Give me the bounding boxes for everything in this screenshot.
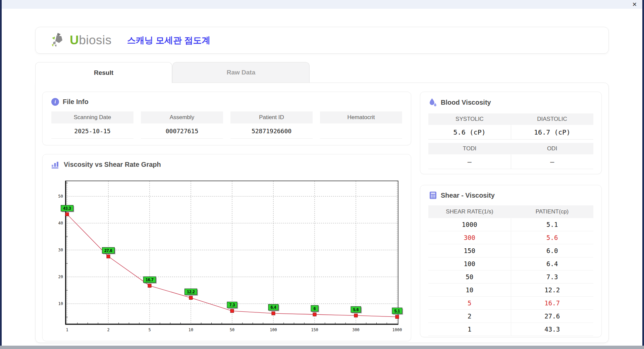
svg-text:6: 6: [314, 306, 316, 311]
field-value: 000727615: [141, 123, 223, 139]
table-row: 10005.1: [428, 218, 593, 231]
window-titlebar: ✕: [2, 0, 642, 9]
file-info-field: Hematocrit: [320, 111, 402, 139]
file-info-field: Scanning Date2025-10-15: [51, 111, 133, 139]
shear-rate-cell: 2: [428, 310, 511, 322]
graph-title: Viscosity vs Shear Rate Graph: [64, 161, 161, 168]
blood-viscosity-header: Blood Viscosity: [429, 98, 491, 107]
app-header-card: Ubiosis 스캐닝 모세관 점도계: [35, 27, 609, 54]
drops-icon: [429, 98, 437, 107]
svg-text:150: 150: [311, 328, 318, 332]
tab-raw-data[interactable]: Raw Data: [172, 62, 310, 83]
bv-table: SYSTOLICDIASTOLIC5.6 (cP)16.7 (cP)TODIOD…: [428, 113, 593, 172]
window-bottom-edge: [0, 346, 644, 349]
patient-cell: 12.2: [511, 284, 594, 296]
shear-rate-cell: 50: [428, 270, 511, 283]
field-value: [320, 123, 402, 139]
bv-header-cell: ODI: [511, 145, 593, 152]
bar-chart-icon: [51, 160, 60, 169]
graph-card: Viscosity vs Shear Rate Graph 1020304050…: [42, 154, 411, 341]
table-row: 1506.0: [428, 244, 593, 257]
table-row: 516.7: [428, 297, 593, 310]
table-row: 227.6: [428, 310, 593, 323]
svg-text:300: 300: [352, 328, 360, 332]
table-row: 507.3: [428, 270, 593, 284]
shear-viscosity-title: Shear - Viscosity: [441, 192, 495, 199]
shear-rate-cell: 300: [428, 231, 511, 244]
file-info-card: i File Info Scanning Date2025-10-15Assem…: [42, 92, 411, 145]
shear-table-head: SHEAR RATE(1/s)PATIENT(cp): [428, 205, 593, 218]
svg-text:30: 30: [58, 248, 63, 252]
shear-table: SHEAR RATE(1/s)PATIENT(cp) 10005.13005.6…: [428, 205, 593, 336]
svg-text:50: 50: [58, 194, 63, 199]
patient-cell: 7.3: [511, 270, 594, 283]
file-info-field: Patient ID52871926600: [230, 111, 313, 139]
field-value: 2025-10-15: [51, 123, 133, 139]
tab-result[interactable]: Result: [35, 62, 172, 83]
shear-table-body: 10005.13005.61506.01006.4507.31012.2516.…: [428, 218, 593, 336]
ubiosis-logo: Ubiosis: [50, 32, 112, 48]
patient-cell: 43.3: [511, 323, 594, 336]
shear-rate-cell: 100: [428, 257, 511, 270]
bv-value-row: ––: [428, 154, 593, 169]
logo-icon: [50, 32, 68, 48]
patient-cell: 6.4: [511, 257, 594, 270]
svg-text:16.7: 16.7: [146, 278, 154, 282]
close-icon[interactable]: ✕: [632, 2, 637, 7]
shear-rate-cell: 1000: [428, 218, 511, 231]
window-left-edge: [0, 0, 2, 349]
file-info-field: Assembly000727615: [141, 111, 223, 139]
bv-value-cell: 16.7 (cP): [511, 125, 594, 140]
column-header: PATIENT(cp): [511, 208, 593, 215]
bv-value-cell: 5.6 (cP): [428, 125, 511, 140]
bv-header-row: SYSTOLICDIASTOLIC: [428, 113, 593, 125]
patient-cell: 5.6: [511, 231, 594, 244]
file-info-title: File Info: [63, 98, 89, 106]
svg-text:20: 20: [58, 275, 63, 279]
field-label: Assembly: [141, 111, 223, 123]
file-info-header: i File Info: [51, 98, 89, 106]
shear-rate-cell: 1: [428, 323, 511, 336]
svg-text:27.6: 27.6: [104, 248, 112, 253]
field-label: Scanning Date: [51, 111, 133, 123]
bv-value-cell: –: [428, 154, 511, 169]
viscosity-chart: 10203040501251050100150300100043.327.616…: [56, 178, 412, 336]
blood-viscosity-title: Blood Viscosity: [441, 99, 491, 106]
svg-text:50: 50: [230, 328, 234, 332]
field-label: Patient ID: [230, 111, 313, 123]
svg-text:40: 40: [58, 221, 63, 226]
svg-text:100: 100: [270, 328, 277, 332]
svg-text:12.2: 12.2: [187, 290, 195, 294]
bv-value-row: 5.6 (cP)16.7 (cP): [428, 125, 593, 140]
shear-rate-cell: 5: [428, 297, 511, 309]
table-row: 3005.6: [428, 231, 593, 244]
bv-header-row: TODIODI: [428, 143, 593, 154]
svg-text:5.6: 5.6: [353, 307, 359, 312]
svg-text:1000: 1000: [392, 328, 402, 332]
svg-text:7.3: 7.3: [229, 303, 235, 307]
bv-header-cell: DIASTOLIC: [511, 116, 593, 122]
file-info-fields: Scanning Date2025-10-15Assembly000727615…: [51, 111, 402, 139]
svg-text:2: 2: [107, 328, 109, 332]
svg-text:5.1: 5.1: [394, 309, 400, 313]
patient-cell: 16.7: [511, 297, 594, 309]
logo-text: Ubiosis: [70, 33, 112, 47]
shear-rate-cell: 150: [428, 244, 511, 257]
patient-cell: 6.0: [511, 244, 594, 257]
result-panel: i File Info Scanning Date2025-10-15Assem…: [35, 83, 609, 343]
chart-area: 10203040501251050100150300100043.327.616…: [56, 178, 412, 336]
shear-rate-cell: 10: [428, 284, 511, 296]
svg-text:6.4: 6.4: [271, 305, 276, 310]
table-row: 1012.2: [428, 284, 593, 297]
bv-value-cell: –: [511, 154, 594, 169]
patient-cell: 27.6: [511, 310, 594, 322]
table-row: 143.3: [428, 323, 593, 336]
svg-text:1: 1: [66, 328, 68, 332]
svg-text:5: 5: [148, 328, 151, 332]
table-row: 1006.4: [428, 257, 593, 270]
svg-text:43.3: 43.3: [63, 206, 71, 211]
window-right-edge: [642, 0, 644, 349]
app-window: ✕ Ubiosis 스캐닝 모세관 점도계 Result Raw Data i …: [0, 0, 644, 349]
svg-text:10: 10: [189, 328, 193, 332]
bv-header-cell: SYSTOLIC: [428, 116, 511, 122]
